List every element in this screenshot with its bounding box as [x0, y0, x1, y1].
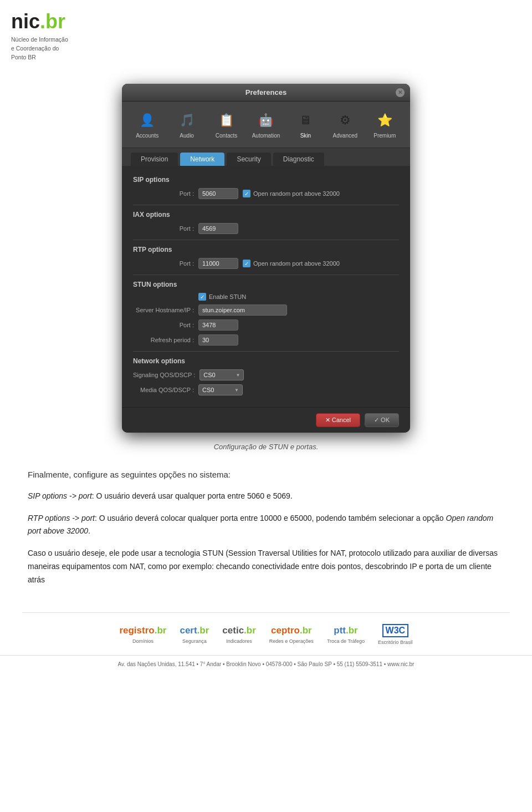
stun-enable-checkbox[interactable]: ✓ [198, 293, 206, 301]
media-qos-row: Media QOS/DSCP : CS0 ▼ [133, 384, 399, 395]
iax-port-row: Port : [133, 223, 399, 234]
tab-diagnostic[interactable]: Diagnostic [273, 153, 324, 166]
stun-server-input[interactable] [198, 304, 287, 316]
logo-nic-text: nic [11, 12, 40, 32]
media-qos-select[interactable]: CS0 ▼ [198, 384, 243, 395]
sip-port-input[interactable] [198, 188, 238, 199]
rtp-checkbox-row: ✓ Open random port above 32000 [243, 260, 340, 267]
rtp-options-italic: RTP options -> port [28, 514, 95, 522]
advanced-icon: ⚙ [335, 110, 355, 130]
automation-icon: 🤖 [256, 110, 276, 130]
registro-logo-sub: Domínios [132, 638, 154, 644]
accounts-icon: 👤 [137, 110, 157, 130]
logo-ptt: ptt.br Troca de Tráfego [327, 625, 365, 644]
icon-contacts[interactable]: 📋 Contacts [207, 108, 246, 141]
cert-logo-sub: Segurança [182, 638, 207, 644]
stun-enable-checkbox-row: ✓ Enable STUN [198, 293, 246, 301]
stun-enable-row: ✓ Enable STUN [133, 293, 399, 301]
sip-checkbox-label: Open random port above 32000 [253, 190, 340, 197]
logo-ceptro: ceptro.br Redes e Operações [269, 625, 314, 644]
automation-label: Automation [252, 133, 280, 139]
contacts-icon: 📋 [217, 110, 237, 130]
cetic-logo-sub: Indicadores [226, 638, 252, 644]
premium-icon: ⭐ [375, 110, 395, 130]
signaling-qos-select[interactable]: CS0 ▼ [200, 369, 244, 380]
bottom-bar: Av. das Nações Unidas, 11.541 • 7° Andar… [0, 655, 532, 673]
iax-section-title: IAX options [133, 211, 399, 219]
body-stun-line: Caso o usuário deseje, ele pode usar a t… [28, 547, 504, 586]
signaling-qos-arrow: ▼ [236, 373, 240, 378]
icons-row: 👤 Accounts 🎵 Audio 📋 Contacts 🤖 Automati… [122, 101, 410, 148]
iax-port-input[interactable] [198, 223, 238, 234]
stun-port-row: Port : [133, 319, 399, 331]
logo-br-text: .br [40, 10, 65, 33]
rtp-port-label: Port : [133, 260, 194, 267]
ptt-logo-text: ptt.br [334, 625, 357, 636]
sip-options-italic: SIP options -> port [28, 491, 92, 500]
dialog-footer: ✕ Cancel ✓ OK [122, 407, 410, 433]
advanced-label: Advanced [333, 133, 357, 139]
ok-button[interactable]: ✓ OK [365, 413, 399, 427]
logo-area: nic.br Núcleo de Informação e Coordenaçã… [11, 10, 68, 62]
cert-logo-text: cert.br [180, 625, 209, 636]
subtabs-row: Provision Network Security Diagnostic [122, 148, 410, 166]
sip-port-row: Port : ✓ Open random port above 32000 [133, 188, 399, 199]
dialog-titlebar: Preferences ✕ [122, 84, 410, 101]
sip-open-port-checkbox[interactable]: ✓ [243, 190, 250, 197]
close-button[interactable]: ✕ [396, 88, 405, 97]
caption: Configuração de STUN e portas. [0, 443, 532, 451]
stun-port-label: Port : [133, 322, 194, 328]
stun-refresh-row: Refresh period : [133, 334, 399, 346]
tab-security[interactable]: Security [227, 153, 270, 166]
body-intro: Finalmente, configure as seguintes opçõe… [28, 468, 504, 482]
sip-port-label: Port : [133, 190, 194, 197]
stun-refresh-input[interactable] [198, 334, 238, 346]
media-qos-arrow: ▼ [234, 388, 239, 393]
audio-label: Audio [180, 133, 194, 139]
signaling-qos-label: Signaling QOS/DSCP : [133, 372, 195, 378]
cetic-logo-text: cetic.br [222, 625, 255, 636]
iax-port-label: Port : [133, 225, 194, 232]
network-section-title: Network options [133, 357, 399, 365]
body-sip-line: SIP options -> port: O usuário deverá us… [28, 490, 504, 503]
page-header: nic.br Núcleo de Informação e Coordenaçã… [0, 0, 532, 67]
media-qos-value: CS0 [202, 387, 214, 393]
skin-label: Skin [300, 133, 311, 139]
logo-registro: registro.br Domínios [119, 625, 166, 644]
prefs-content: SIP options Port : ✓ Open random port ab… [122, 166, 410, 407]
icon-audio[interactable]: 🎵 Audio [167, 108, 206, 141]
sip-checkbox-row: ✓ Open random port above 32000 [243, 190, 340, 197]
bottom-bar-text: Av. das Nações Unidas, 11.541 • 7° Andar… [118, 661, 415, 667]
rtp-port-row: Port : ✓ Open random port above 32000 [133, 258, 399, 269]
logo-cetic: cetic.br Indicadores [222, 625, 255, 644]
icon-premium[interactable]: ⭐ Premium [365, 108, 405, 141]
w3c-logo-text: W3C [382, 624, 409, 637]
icon-accounts[interactable]: 👤 Accounts [127, 108, 167, 141]
rtp-port-input[interactable] [198, 258, 238, 269]
media-qos-label: Media QOS/DSCP : [133, 387, 194, 393]
premium-label: Premium [374, 133, 396, 139]
ptt-logo-sub: Troca de Tráfego [327, 638, 365, 644]
accounts-label: Accounts [136, 133, 158, 139]
rtp-open-port-checkbox[interactable]: ✓ [243, 260, 250, 267]
logo-cert: cert.br Segurança [180, 625, 209, 644]
tab-network[interactable]: Network [180, 153, 224, 166]
icon-skin[interactable]: 🖥 Skin [286, 108, 325, 141]
audio-icon: 🎵 [177, 110, 197, 130]
stun-server-row: Server Hostname/IP : [133, 304, 399, 316]
cancel-button[interactable]: ✕ Cancel [316, 413, 360, 427]
stun-enable-label: Enable STUN [209, 293, 246, 300]
skin-icon: 🖥 [295, 110, 315, 130]
stun-refresh-label: Refresh period : [133, 337, 194, 343]
dialog-title: Preferences [245, 88, 287, 97]
body-text: Finalmente, configure as seguintes opçõe… [0, 451, 532, 606]
footer-logos: registro.br Domínios cert.br Segurança c… [22, 612, 510, 651]
stun-section-title: STUN options [133, 281, 399, 288]
stun-port-input[interactable] [198, 319, 238, 331]
stun-server-label: Server Hostname/IP : [133, 307, 194, 313]
icon-advanced[interactable]: ⚙ Advanced [325, 108, 365, 141]
open-random-italic: Open random port above 32000 [28, 514, 493, 536]
icon-automation[interactable]: 🤖 Automation [246, 108, 285, 141]
tab-provision[interactable]: Provision [131, 153, 178, 166]
signaling-qos-value: CS0 [203, 372, 215, 378]
